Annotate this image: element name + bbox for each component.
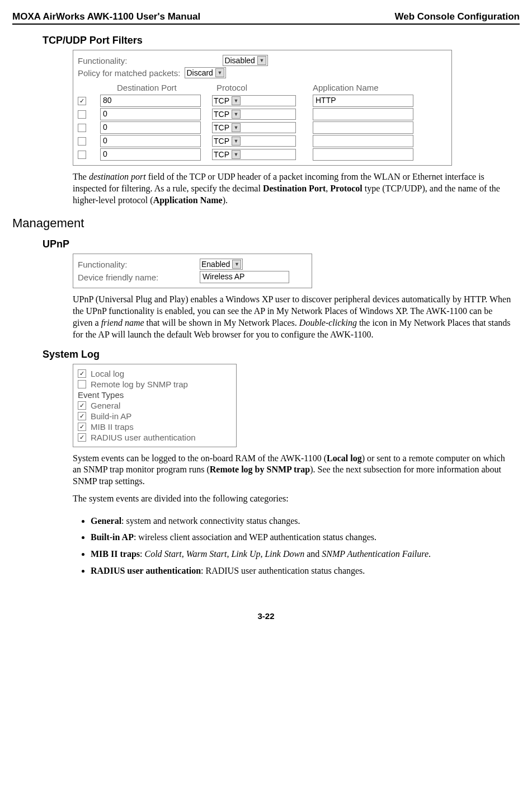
page-header: MOXA AirWorks AWK-1100 User's Manual Web… [12,11,520,25]
upnp-title: UPnP [43,238,520,250]
ev-general-checkbox[interactable]: ✓ [78,401,86,410]
table-row: 0 TCP▼ [78,108,447,120]
list-item: RADIUS user authentication: RADIUS user … [91,564,520,578]
row-checkbox[interactable] [78,137,86,146]
policy-label: Policy for matched packets: [78,68,180,78]
syslog-bullets: General: system and network connectivity… [79,514,520,578]
ev-buildin-label: Build-in AP [91,411,131,421]
ev-mib-checkbox[interactable]: ✓ [78,423,86,431]
row-checkbox[interactable] [78,151,86,159]
row-checkbox[interactable] [78,124,86,132]
ev-radius-label: RADIUS user authentication [91,433,196,442]
management-title: Management [12,216,520,231]
destport-input[interactable]: 80 [100,95,201,107]
destport-input[interactable]: 0 [100,135,201,147]
list-item: General: system and network connectivity… [91,514,520,528]
appname-input[interactable]: HTTP [313,95,413,107]
table-header: Destination Port Protocol Application Na… [78,83,447,92]
ev-general-label: General [91,401,120,410]
upnp-func-select[interactable]: Enabled ▼ [200,259,243,270]
policy-value: Discard [186,68,213,77]
upnp-name-label: Device friendly name: [78,273,195,282]
syslog-para1: System events can be logged to the on-bo… [73,453,514,488]
protocol-select[interactable]: TCP▼ [212,135,296,147]
chevron-down-icon: ▼ [257,56,266,65]
syslog-title: System Log [43,349,520,360]
locallog-label: Local log [91,369,124,378]
list-item: Built-in AP: wireless client association… [91,530,520,545]
ev-mib-label: MIB II traps [91,422,134,432]
table-row: 0 TCP▼ [78,135,447,147]
protocol-select[interactable]: TCP▼ [212,95,296,106]
table-row: 0 TCP▼ [78,121,447,134]
functionality-select[interactable]: Disabled ▼ [223,55,267,66]
upnp-name-input[interactable]: Wireless AP [200,271,289,283]
protocol-select[interactable]: TCP▼ [212,149,296,160]
upnp-paragraph: UPnP (Universal Plug and Play) enables a… [73,294,514,340]
upnp-func-label: Functionality: [78,260,195,269]
upnp-figure: Functionality: Enabled ▼ Device friendly… [73,254,312,288]
header-left: MOXA AirWorks AWK-1100 User's Manual [12,11,200,22]
remotelog-label: Remote log by SNMP trap [91,379,188,389]
destport-input[interactable]: 0 [100,148,201,161]
chevron-down-icon: ▼ [232,260,241,269]
header-right: Web Console Configuration [394,11,520,22]
row-checkbox[interactable]: ✓ [78,97,86,105]
chevron-down-icon: ▼ [232,96,241,105]
chevron-down-icon: ▼ [232,123,241,132]
appname-input[interactable] [313,135,413,147]
ev-buildin-checkbox[interactable]: ✓ [78,412,86,420]
appname-input[interactable] [313,108,413,120]
functionality-value: Disabled [224,56,255,65]
table-row: ✓ 80 TCP▼ HTTP [78,95,447,107]
protocol-select[interactable]: TCP▼ [212,109,296,120]
tcp-filter-figure: Functionality: Disabled ▼ Policy for mat… [73,50,452,166]
policy-select[interactable]: Discard ▼ [185,67,225,78]
col-destport: Destination Port [100,83,212,92]
appname-input[interactable] [313,148,413,161]
locallog-checkbox[interactable]: ✓ [78,369,86,378]
col-appname: Application Name [296,83,425,92]
tcp-paragraph: The destination port field of the TCP or… [73,171,514,206]
ev-radius-checkbox[interactable]: ✓ [78,433,86,442]
syslog-para2: The system events are divided into the f… [73,493,514,505]
destport-input[interactable]: 0 [100,121,201,134]
page-number: 3-22 [12,611,520,621]
tcp-section-title: TCP/UDP Port Filters [43,35,520,46]
table-row: 0 TCP▼ [78,148,447,161]
syslog-figure: ✓ Local log Remote log by SNMP trap Even… [73,364,237,447]
chevron-down-icon: ▼ [232,137,241,146]
event-types-heading: Event Types [78,390,232,400]
chevron-down-icon: ▼ [215,68,224,77]
col-protocol: Protocol [212,83,296,92]
protocol-select[interactable]: TCP▼ [212,122,296,133]
destport-input[interactable]: 0 [100,108,201,120]
list-item: MIB II traps: Cold Start, Warm Start, Li… [91,547,520,561]
chevron-down-icon: ▼ [232,110,241,119]
chevron-down-icon: ▼ [232,150,241,159]
appname-input[interactable] [313,121,413,134]
functionality-label: Functionality: [78,56,127,65]
remotelog-checkbox[interactable] [78,380,86,388]
row-checkbox[interactable] [78,110,86,119]
